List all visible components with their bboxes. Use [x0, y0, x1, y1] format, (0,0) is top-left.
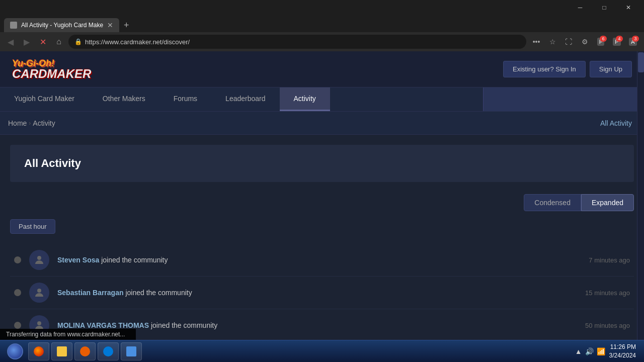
ext1-button[interactable]: F 6 [594, 35, 608, 49]
fullscreen-button[interactable]: ⛶ [561, 35, 576, 49]
lock-icon: 🔒 [74, 38, 82, 45]
svg-point-2 [37, 321, 41, 325]
activity-time-1: 7 minutes ago [589, 256, 630, 264]
activity-user-icon [29, 250, 49, 270]
activity-avatar-dot [14, 289, 21, 296]
breadcrumb-activity[interactable]: Activity [33, 119, 55, 127]
browser-actions: ••• ☆ ⛶ ⚙ F 6 P 4 A 3 [529, 35, 640, 49]
clock-date: 3/24/2024 [609, 351, 636, 360]
svg-point-1 [37, 289, 41, 293]
nav-yugioh-card-maker[interactable]: Yugioh Card Maker [0, 87, 89, 111]
program-icon [126, 346, 136, 356]
active-tab[interactable]: All Activity - Yugioh Card Make ✕ [4, 18, 119, 32]
activity-user-3[interactable]: MOLINA VARGAS THOMAS [57, 321, 149, 329]
expanded-button[interactable]: Expanded [581, 194, 634, 211]
breadcrumb: Home › Activity [8, 119, 55, 127]
clock[interactable]: 11:26 PM 3/24/2024 [609, 343, 636, 360]
nav-leaderboard[interactable]: Leaderboard [211, 87, 279, 111]
home-button[interactable]: ⌂ [52, 35, 65, 48]
activity-action-1: joined the community [101, 256, 168, 264]
volume-icon: 🔊 [585, 347, 594, 355]
new-tab-button[interactable]: + [119, 18, 133, 32]
activity-time-3: 50 minutes ago [585, 322, 630, 329]
more-button[interactable]: ••• [529, 35, 543, 49]
ext3-button[interactable]: A 3 [626, 35, 640, 49]
activity-list: Steven Sosa joined the community 7 minut… [10, 244, 634, 340]
folder-icon [57, 346, 67, 356]
taskbar-system: ▲ 🔊 📶 11:26 PM 3/24/2024 [575, 343, 640, 360]
system-icons: ▲ 🔊 📶 [575, 347, 605, 355]
main-content: All Activity Condensed Expanded Past hou… [0, 135, 644, 340]
activity-text-1: Steven Sosa joined the community [57, 256, 575, 264]
scroll-thumb[interactable] [638, 52, 644, 72]
start-button[interactable] [4, 342, 26, 360]
past-hour-button[interactable]: Past hour [10, 219, 55, 234]
window-controls: ─ □ ✕ [569, 0, 640, 15]
tab-close-icon[interactable]: ✕ [107, 21, 113, 29]
scrollbar[interactable] [637, 51, 644, 340]
activity-avatar-dot [14, 322, 21, 329]
speaker-icon: 📶 [597, 347, 605, 355]
media-icon [80, 346, 90, 356]
view-controls: Condensed Expanded [10, 194, 634, 211]
settings-button[interactable]: ⚙ [578, 35, 592, 49]
taskbar-item-folder[interactable] [51, 342, 72, 360]
all-activity-link[interactable]: All Activity [600, 119, 632, 127]
condensed-button[interactable]: Condensed [524, 194, 581, 211]
breadcrumb-home[interactable]: Home [8, 119, 27, 127]
breadcrumb-bar: Home › Activity All Activity [0, 112, 644, 135]
nav-activity[interactable]: Activity [280, 87, 330, 111]
signin-button[interactable]: Existing user? Sign In [503, 61, 586, 77]
signup-button[interactable]: Sign Up [590, 61, 632, 77]
activity-item: Steven Sosa joined the community 7 minut… [10, 244, 634, 277]
nav-search-area[interactable] [483, 87, 644, 111]
back-button[interactable]: ◀ [4, 35, 17, 48]
taskbar-item-media[interactable] [74, 342, 96, 360]
logo-line2: CARDMAKER [12, 68, 91, 80]
activity-user-1[interactable]: Steven Sosa [57, 256, 99, 264]
close-button[interactable]: ✕ [617, 0, 640, 15]
nav-other-makers[interactable]: Other Makers [89, 87, 159, 111]
bookmark-button[interactable]: ☆ [545, 35, 559, 49]
logo-line1: Yu-Gi-Oh! [12, 59, 91, 68]
logo-area[interactable]: Yu-Gi-Oh! CARDMAKER [12, 59, 91, 80]
url-text: https://www.cardmaker.net/discover/ [85, 38, 190, 46]
header-actions: Existing user? Sign In Sign Up [503, 61, 632, 77]
site-header: Yu-Gi-Oh! CARDMAKER Existing user? Sign … [0, 51, 644, 87]
firefox-icon [34, 346, 44, 356]
nav-forums[interactable]: Forums [159, 87, 211, 111]
status-text: Transferring data from www.cardmaker.net… [6, 331, 125, 338]
maximize-button[interactable]: □ [593, 0, 616, 15]
network-icon: ▲ [575, 347, 582, 355]
taskbar-item-program[interactable] [121, 342, 142, 360]
activity-user-2[interactable]: Sebastian Barragan [57, 289, 124, 297]
activity-user-icon [29, 283, 49, 303]
taskbar-item-firefox[interactable] [28, 342, 49, 360]
all-activity-header: All Activity [10, 145, 634, 182]
start-orb [7, 343, 23, 359]
tab-title: All Activity - Yugioh Card Make [21, 22, 103, 29]
clock-time: 11:26 PM [609, 343, 636, 351]
site-navigation: Yugioh Card Maker Other Makers Forums Le… [0, 87, 644, 112]
taskbar-items [28, 342, 142, 360]
forward-button[interactable]: ▶ [20, 35, 33, 48]
activity-text-2: Sebastian Barragan joined the community [57, 289, 571, 297]
ext1-badge: 6 [600, 36, 607, 42]
activity-item: Sebastian Barragan joined the community … [10, 277, 634, 309]
ie-icon [103, 346, 113, 356]
browser-chrome: ─ □ ✕ All Activity - Yugioh Card Make ✕ … [0, 0, 644, 51]
url-box[interactable]: 🔒 https://www.cardmaker.net/discover/ [68, 35, 526, 49]
activity-action-2: joined the community [125, 289, 192, 297]
taskbar: ▲ 🔊 📶 11:26 PM 3/24/2024 [0, 340, 644, 362]
ext2-button[interactable]: P 4 [610, 35, 624, 49]
taskbar-item-ie[interactable] [98, 342, 119, 360]
status-bar: Transferring data from www.cardmaker.net… [0, 329, 136, 340]
address-bar: ◀ ▶ ✕ ⌂ 🔒 https://www.cardmaker.net/disc… [0, 32, 644, 51]
activity-avatar-dot [14, 256, 21, 263]
activity-time-2: 15 minutes ago [585, 289, 630, 297]
reload-button[interactable]: ✕ [36, 35, 49, 48]
activity-text-3: MOLINA VARGAS THOMAS joined the communit… [57, 321, 571, 329]
minimize-button[interactable]: ─ [569, 0, 592, 15]
ext3-badge: 3 [632, 36, 639, 42]
breadcrumb-separator: › [29, 120, 31, 127]
